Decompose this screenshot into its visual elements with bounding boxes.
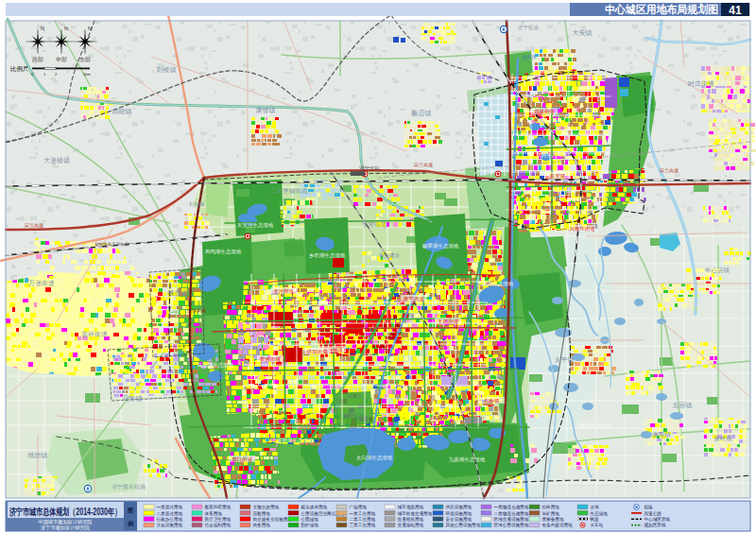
svg-text:有条件建设用地: 有条件建设用地 (542, 522, 574, 528)
svg-text:环境设施用地: 环境设施用地 (445, 510, 472, 517)
svg-text:王因湖生态湿地: 王因湖生态湿地 (477, 281, 514, 287)
svg-text:凤鸣湖生态湿地: 凤鸣湖生态湿地 (205, 249, 242, 254)
svg-text:例: 例 (127, 521, 133, 527)
svg-text:41: 41 (729, 4, 742, 17)
svg-text:南旺镇: 南旺镇 (112, 108, 132, 115)
svg-text:比例尺: 比例尺 (10, 65, 29, 73)
svg-text:娱乐康体用地: 娱乐康体用地 (301, 504, 328, 510)
svg-text:泗河生态湿地: 泗河生态湿地 (537, 152, 569, 159)
svg-text:乡饮湖生态湿地: 乡饮湖生态湿地 (309, 252, 346, 258)
svg-text:黄屯街道: 黄屯街道 (404, 296, 425, 302)
svg-text:5km: 5km (83, 72, 91, 77)
svg-text:南张建设: 南张建设 (379, 252, 401, 259)
svg-text:大安镇: 大安镇 (573, 29, 593, 37)
svg-text:唐村镇: 唐村镇 (713, 435, 732, 442)
svg-text:长沟镇: 长沟镇 (189, 201, 205, 208)
svg-text:唐口街道: 唐口街道 (232, 456, 253, 463)
svg-text:一类物流仓储用地: 一类物流仓储用地 (494, 504, 529, 510)
svg-text:济宁北站: 济宁北站 (359, 165, 381, 172)
svg-text:颜店镇: 颜店镇 (411, 109, 432, 117)
svg-text:日兰高速: 日兰高速 (414, 162, 433, 168)
svg-text:商业服务业设施用地: 商业服务业设施用地 (253, 516, 293, 523)
svg-text:天宝洼生态湿地: 天宝洼生态湿地 (237, 222, 274, 229)
svg-text:龙拱湖生态湿地: 龙拱湖生态湿地 (277, 438, 314, 443)
svg-text:日兰高速: 日兰高速 (660, 167, 679, 174)
svg-text:石桥镇: 石桥镇 (484, 398, 500, 405)
svg-text:杨家湖生态湿地: 杨家湖生态湿地 (421, 243, 459, 250)
svg-text:济宁市城市总体规划（2014-2030年）: 济宁市城市总体规划（2014-2030年） (9, 507, 121, 517)
svg-text:康驿镇: 康驿镇 (256, 106, 276, 114)
svg-text:济徐高速: 济徐高速 (187, 307, 206, 314)
svg-text:教育科研用地: 教育科研用地 (205, 504, 232, 510)
svg-text:文化设施用地: 文化设施用地 (157, 522, 183, 528)
svg-text:王因街道: 王因街道 (438, 319, 459, 325)
svg-text:城市轨道交通用地: 城市轨道交通用地 (397, 510, 433, 517)
svg-text:区域公用设施用地: 区域公用设施用地 (494, 522, 529, 528)
svg-text:洸河街道: 洸河街道 (273, 288, 295, 295)
svg-text:刘楼镇: 刘楼镇 (156, 66, 177, 74)
svg-text:一类工业用地: 一类工业用地 (350, 510, 376, 517)
svg-text:行政办公用地: 行政办公用地 (157, 516, 183, 523)
svg-text:太平镇: 太平镇 (555, 356, 575, 364)
svg-text:二十里铺街道: 二十里铺街道 (271, 187, 309, 195)
svg-text:日兰高速: 日兰高速 (25, 222, 43, 229)
svg-text:鼓楼街道: 鼓楼街道 (534, 109, 556, 115)
svg-text:铁路: 铁路 (590, 516, 600, 522)
svg-text:二类工业用地: 二类工业用地 (350, 516, 376, 523)
svg-text:济宁机场: 济宁机场 (518, 25, 539, 31)
svg-text:安居街道: 安居街道 (260, 356, 282, 363)
svg-text:三类工业用地: 三类工业用地 (350, 522, 376, 528)
svg-text:新兖镇: 新兖镇 (550, 173, 566, 180)
svg-text:二类物流仓储用地: 二类物流仓储用地 (494, 510, 529, 517)
svg-text:中心店镇: 中心店镇 (705, 267, 730, 274)
svg-text:交通枢纽用地: 交通枢纽用地 (398, 516, 424, 523)
svg-text:火车站: 火车站 (591, 523, 604, 527)
svg-text:济宁曲阜机场: 济宁曲阜机场 (112, 483, 146, 491)
svg-text:其他公用设施用地: 其他公用设施用地 (446, 522, 481, 528)
svg-text:时庄街道: 时庄街道 (688, 80, 714, 88)
svg-text:兴隆庄街道: 兴隆庄街道 (569, 226, 595, 233)
svg-text:中部: 中部 (56, 56, 67, 63)
svg-text:N: N (64, 26, 68, 31)
svg-text:规划区界线: 规划区界线 (644, 522, 666, 528)
svg-text:万张街道: 万张街道 (28, 280, 55, 287)
svg-text:鲁南铁路客运专线: 鲁南铁路客运专线 (94, 241, 129, 247)
svg-text:中心城区界线: 中心城区界线 (644, 517, 671, 522)
svg-text:济宁市规划设计研究院: 济宁市规划设计研究院 (41, 525, 91, 531)
svg-text:文物古迹用地: 文物古迹用地 (253, 504, 280, 510)
svg-text:北宿镇: 北宿镇 (673, 401, 693, 409)
svg-text:太白湖生态湿地: 太白湖生态湿地 (356, 455, 393, 461)
svg-text:发展备用地: 发展备用地 (542, 516, 564, 523)
svg-text:供应设施用地: 供应设施用地 (446, 504, 472, 510)
svg-text:安全设施用地: 安全设施用地 (446, 516, 472, 523)
svg-text:图: 图 (128, 507, 133, 514)
svg-text:疃里镇: 疃里镇 (168, 289, 188, 297)
svg-text:大张楼镇: 大张楼镇 (43, 157, 70, 164)
svg-text:廉屯镇: 廉屯镇 (652, 431, 671, 438)
svg-text:生态绿地: 生态绿地 (591, 511, 609, 516)
svg-text:N: N (88, 26, 92, 31)
svg-text:交通场站用地: 交通场站用地 (398, 522, 424, 528)
svg-text:洸府河: 洸府河 (523, 54, 537, 60)
svg-text:纸坊镇: 纸坊镇 (28, 452, 48, 459)
svg-text:西部: 西部 (32, 56, 43, 63)
svg-text:防护绿地: 防护绿地 (301, 522, 319, 528)
svg-text:高速公路: 高速公路 (644, 511, 662, 516)
svg-text:区域交通设施用地: 区域交通设施用地 (494, 516, 529, 523)
svg-text:济阳街道: 济阳街道 (307, 349, 329, 355)
svg-text:兴隆湖生态湿地: 兴隆湖生态湿地 (576, 422, 612, 428)
svg-text:嘉祥街道: 嘉祥街道 (81, 331, 108, 338)
svg-text:N: N (41, 26, 44, 31)
svg-text:九曲湖生态湿地: 九曲湖生态湿地 (449, 456, 486, 463)
svg-text:李营街道: 李营街道 (362, 221, 387, 229)
svg-text:马集镇: 马集镇 (123, 395, 143, 403)
svg-text:东部: 东部 (79, 56, 91, 63)
svg-text:水域: 水域 (591, 505, 600, 509)
svg-text:马场湖生态湿地: 马场湖生态湿地 (198, 362, 234, 369)
svg-text:中心城区用地布局规划图: 中心城区用地布局规划图 (605, 3, 718, 15)
